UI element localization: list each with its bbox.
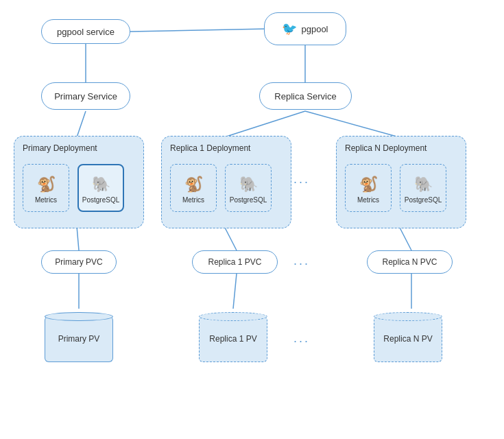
replicaN-pv-node: Replica N PV xyxy=(370,307,446,362)
primary-pv-node: Primary PV xyxy=(41,307,117,362)
replicaN-deployment-label: Replica N Deployment xyxy=(345,143,427,153)
svg-line-6 xyxy=(77,226,79,250)
replicaN-pvc-node: Replica N PVC xyxy=(367,250,453,274)
replica1-pvc-node: Replica 1 PVC xyxy=(192,250,278,274)
primary-metrics-label: Metrics xyxy=(35,196,57,204)
svg-line-3 xyxy=(224,111,305,137)
pgpool-pod-label: pgpool xyxy=(301,24,328,34)
pv-ellipsis: ··· xyxy=(293,334,310,348)
replica-service-label: Replica Service xyxy=(274,91,336,102)
svg-line-8 xyxy=(224,226,237,250)
replica1-pv-label: Replica 1 PV xyxy=(209,334,256,344)
svg-line-9 xyxy=(233,274,237,309)
replicaN-metrics-label: Metrics xyxy=(357,196,379,204)
pvc-ellipsis: ··· xyxy=(293,257,310,271)
replicaN-metrics-pod: 🐒 Metrics xyxy=(345,164,392,212)
primary-metrics-pod: 🐒 Metrics xyxy=(23,164,69,212)
replica1-metrics-icon: 🐒 xyxy=(184,176,203,193)
replica1-postgres-label: PostgreSQL xyxy=(230,196,267,204)
replicaN-postgres-pod: 🐘 PostgreSQL xyxy=(400,164,446,212)
replica1-pv-node: Replica 1 PV xyxy=(195,307,271,362)
pgpool-service-label: pgpool service xyxy=(57,27,115,37)
svg-line-10 xyxy=(399,226,411,250)
primary-metrics-icon: 🐒 xyxy=(37,176,56,193)
primary-service-node: Primary Service xyxy=(41,82,130,110)
svg-line-5 xyxy=(77,111,86,137)
replicaN-metrics-icon: 🐒 xyxy=(359,176,378,193)
replica1-deployment-label: Replica 1 Deployment xyxy=(170,143,250,153)
replicaN-pvc-label: Replica N PVC xyxy=(382,257,437,267)
primary-deployment-box: Primary Deployment 🐒 Metrics 🐘 PostgreSQ… xyxy=(14,136,144,228)
primary-postgres-label: PostgreSQL xyxy=(82,196,119,204)
replicaN-deployment-box: Replica N Deployment 🐒 Metrics 🐘 Postgre… xyxy=(336,136,466,228)
primary-postgres-icon: 🐘 xyxy=(92,176,110,193)
primary-deployment-label: Primary Deployment xyxy=(23,143,97,153)
replica1-metrics-label: Metrics xyxy=(182,196,204,204)
replicaN-pv-label: Replica N PV xyxy=(383,334,432,344)
primary-pvc-label: Primary PVC xyxy=(55,257,102,267)
replica1-postgres-icon: 🐘 xyxy=(239,176,258,193)
replica1-postgres-pod: 🐘 PostgreSQL xyxy=(225,164,272,212)
deploy-ellipsis: ··· xyxy=(293,175,310,189)
pgpool-bird-icon: 🐦 xyxy=(282,21,297,36)
pgpool-pod-node: 🐦 pgpool xyxy=(264,12,346,45)
svg-line-4 xyxy=(305,111,399,137)
replica-service-node: Replica Service xyxy=(259,82,352,110)
replica1-pvc-label: Replica 1 PVC xyxy=(208,257,261,267)
primary-service-label: Primary Service xyxy=(54,91,117,102)
primary-pv-label: Primary PV xyxy=(58,334,100,344)
replica1-deployment-box: Replica 1 Deployment 🐒 Metrics 🐘 Postgre… xyxy=(161,136,291,228)
replica1-metrics-pod: 🐒 Metrics xyxy=(170,164,217,212)
svg-line-1 xyxy=(130,29,267,32)
pgpool-service-node: pgpool service xyxy=(41,19,130,44)
architecture-diagram: pgpool service 🐦 pgpool Primary Service … xyxy=(0,0,504,439)
replicaN-postgres-label: PostgreSQL xyxy=(405,196,442,204)
replicaN-postgres-icon: 🐘 xyxy=(414,176,433,193)
primary-pvc-node: Primary PVC xyxy=(41,250,117,274)
primary-postgres-pod: 🐘 PostgreSQL xyxy=(77,164,124,212)
